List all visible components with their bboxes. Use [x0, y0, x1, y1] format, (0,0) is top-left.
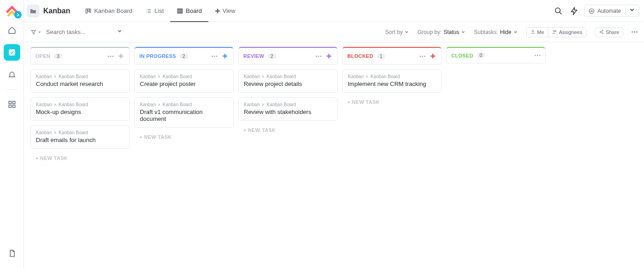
expand-sidebar-icon[interactable]	[14, 11, 22, 18]
bolt-icon[interactable]	[569, 6, 580, 17]
task-title: Conduct market research	[36, 80, 124, 87]
column-more-icon[interactable]	[420, 56, 426, 57]
folder-icon-button[interactable]	[27, 5, 40, 17]
column-name: OPEN	[35, 53, 50, 59]
chevron-down-icon	[404, 30, 409, 34]
task-card[interactable]: KanbanKanban BoardReview with stakeholde…	[238, 97, 338, 121]
filter-button[interactable]	[30, 29, 41, 35]
assignees-button[interactable]: Assignees	[548, 28, 586, 37]
card-breadcrumb: KanbanKanban Board	[244, 74, 332, 79]
share-icon	[599, 29, 604, 34]
svg-rect-6	[88, 9, 89, 11]
task-card[interactable]: KanbanKanban BoardConduct market researc…	[30, 69, 130, 93]
add-view-button[interactable]: View	[208, 7, 242, 14]
svg-rect-5	[86, 9, 87, 13]
search-icon[interactable]	[553, 6, 564, 17]
users-icon	[552, 29, 557, 34]
card-breadcrumb: KanbanKanban Board	[36, 74, 124, 79]
svg-rect-2	[12, 101, 15, 103]
svg-point-17	[599, 32, 600, 33]
task-title: Draft v1 communication document	[140, 108, 228, 122]
task-card[interactable]: KanbanKanban BoardDraft emails for launc…	[30, 125, 130, 149]
board-column: REVIEW2KanbanKanban BoardReview project …	[238, 47, 338, 263]
column-header[interactable]: REVIEW2	[238, 47, 338, 65]
column-more-icon[interactable]	[108, 56, 114, 57]
sidebar	[0, 0, 24, 268]
task-card[interactable]: KanbanKanban BoardDraft v1 communication…	[134, 97, 234, 128]
column-more-icon[interactable]	[316, 56, 322, 57]
svg-rect-1	[9, 101, 11, 103]
chevron-down-icon	[513, 30, 518, 34]
card-breadcrumb: KanbanKanban Board	[348, 74, 436, 79]
me-button[interactable]: Me	[527, 28, 548, 37]
sidebar-divider	[6, 89, 17, 90]
chevron-down-icon	[461, 30, 466, 34]
new-task-button[interactable]: + NEW TASK	[134, 132, 234, 142]
search-input[interactable]	[46, 29, 115, 35]
subtasks-control[interactable]: Subtasks: Hide	[474, 29, 518, 35]
column-add-button[interactable]	[117, 52, 125, 60]
sort-label: Sort by	[385, 29, 402, 35]
tab-board[interactable]: Board	[170, 0, 208, 22]
filter-icon	[30, 29, 37, 35]
chevron-down-icon	[38, 30, 41, 34]
app-logo[interactable]	[5, 4, 19, 17]
new-task-button[interactable]: + NEW TASK	[342, 97, 442, 107]
apps-nav[interactable]	[4, 96, 20, 113]
tab-label: Board	[186, 7, 202, 14]
column-more-icon[interactable]	[535, 55, 540, 56]
docs-nav[interactable]	[4, 245, 20, 262]
column-name: CLOSED	[451, 53, 473, 58]
svg-point-11	[555, 8, 560, 13]
task-title: Review with stakeholders	[244, 108, 332, 115]
column-header[interactable]: IN PROGRESS2	[134, 47, 234, 65]
column-count: 3	[54, 53, 62, 59]
add-view-label: View	[223, 7, 236, 14]
card-breadcrumb: KanbanKanban Board	[36, 102, 124, 107]
card-breadcrumb: KanbanKanban Board	[140, 102, 228, 107]
automate-button[interactable]: Automate	[584, 5, 639, 17]
task-title: Mock-up designs	[36, 108, 124, 115]
svg-rect-9	[179, 9, 181, 13]
tab-label: Kanban Board	[94, 7, 132, 14]
board-column: IN PROGRESS2KanbanKanban BoardCreate pro…	[134, 47, 234, 263]
column-add-button[interactable]	[221, 52, 229, 60]
svg-point-14	[532, 30, 534, 32]
notifications-nav[interactable]	[4, 66, 20, 83]
column-add-button[interactable]	[325, 52, 333, 60]
svg-rect-3	[9, 105, 11, 108]
home-nav[interactable]	[4, 22, 20, 39]
new-task-button[interactable]: + NEW TASK	[30, 154, 130, 163]
automate-icon	[588, 8, 595, 14]
sort-by-control[interactable]: Sort by	[385, 29, 409, 35]
task-card[interactable]: KanbanKanban BoardCreate project poster	[134, 69, 234, 93]
task-card[interactable]: KanbanKanban BoardReview project details	[238, 69, 338, 93]
search-expand[interactable]	[117, 29, 122, 35]
chevron-right-icon	[53, 75, 57, 78]
column-header[interactable]: CLOSED0	[446, 47, 546, 63]
tab-kanban-board[interactable]: Kanban Board	[79, 0, 139, 22]
new-task-button[interactable]: + NEW TASK	[238, 125, 338, 135]
svg-point-13	[589, 8, 594, 13]
column-name: REVIEW	[243, 53, 264, 59]
tasks-nav[interactable]	[4, 44, 20, 61]
column-header[interactable]: BLOCKED1	[342, 47, 442, 65]
task-title: Create project poster	[140, 80, 228, 87]
more-icon[interactable]	[632, 31, 638, 33]
column-header[interactable]: OPEN3	[30, 47, 130, 65]
automate-chevron[interactable]	[626, 7, 635, 15]
column-more-icon[interactable]	[212, 56, 218, 57]
task-card[interactable]: KanbanKanban BoardImplement new CRM trac…	[342, 69, 442, 93]
group-by-control[interactable]: Group by: Status	[417, 29, 466, 35]
chevron-right-icon	[157, 103, 161, 106]
tab-list[interactable]: List	[139, 0, 170, 22]
group-value: Status	[443, 29, 459, 35]
column-name: IN PROGRESS	[139, 53, 176, 59]
svg-point-16	[555, 30, 556, 32]
svg-rect-4	[12, 105, 15, 108]
people-buttons: Me Assignees	[526, 27, 586, 37]
share-button[interactable]: Share	[595, 27, 623, 37]
task-card[interactable]: KanbanKanban BoardMock-up designs	[30, 97, 130, 121]
column-add-button[interactable]	[429, 52, 437, 60]
svg-point-19	[602, 33, 603, 34]
